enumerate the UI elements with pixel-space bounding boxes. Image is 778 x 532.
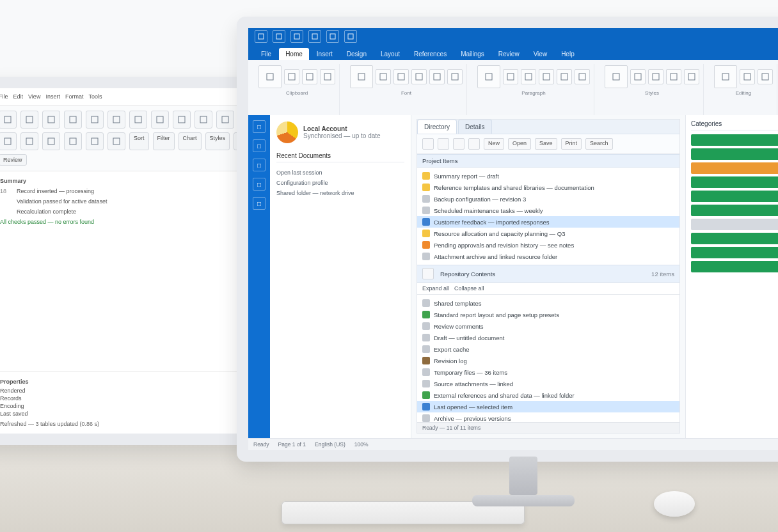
ribbon-icon[interactable]: [107, 132, 125, 150]
nav-home-icon[interactable]: □: [253, 120, 266, 133]
ribbon-button[interactable]: [302, 69, 317, 84]
undo-icon[interactable]: [273, 30, 285, 43]
category-swatch[interactable]: [691, 191, 778, 202]
ribbon-chip[interactable]: Filter: [153, 132, 175, 150]
ribbon-icon[interactable]: [42, 111, 60, 129]
ribbon-button[interactable]: [411, 69, 427, 84]
list-item[interactable]: Export cache: [417, 343, 679, 355]
left-menu-item[interactable]: Insert: [45, 93, 60, 100]
left-menu-item[interactable]: Edit: [13, 93, 24, 100]
ribbon-button[interactable]: [714, 65, 737, 88]
refresh-icon[interactable]: [344, 30, 357, 43]
toolbar-icon[interactable]: [453, 138, 464, 150]
list-item[interactable]: Summary report — draft: [417, 170, 679, 182]
nav-calendar-icon[interactable]: □: [253, 159, 266, 171]
ribbon-icon[interactable]: [194, 111, 212, 129]
subtool-link[interactable]: Expand all: [422, 285, 449, 292]
list-item[interactable]: Review comments: [417, 320, 679, 332]
ribbon-icon[interactable]: [107, 111, 125, 129]
ribbon-button[interactable]: [740, 69, 755, 84]
ribbon-button[interactable]: [575, 69, 590, 84]
ribbon-icon[interactable]: [86, 111, 104, 129]
left-menu-item[interactable]: View: [28, 93, 40, 100]
ribbon-tab-review[interactable]: Review: [492, 48, 526, 60]
ribbon-chip[interactable]: Chart: [179, 132, 202, 150]
ribbon-button[interactable]: [376, 69, 391, 84]
toolbar-button[interactable]: New: [484, 138, 504, 150]
list-item[interactable]: Scheduled maintenance tasks — weekly: [417, 205, 679, 216]
ribbon-button[interactable]: [350, 65, 373, 88]
ribbon-tab-insert[interactable]: Insert: [310, 48, 339, 60]
ribbon-button[interactable]: [758, 69, 773, 84]
ribbon-chip[interactable]: Review: [0, 154, 27, 166]
list-item[interactable]: Customer feedback — imported responses: [417, 216, 679, 228]
ribbon-chip[interactable]: Sort: [129, 132, 149, 150]
category-swatch[interactable]: [691, 261, 778, 272]
list-item[interactable]: Last opened — selected item: [417, 401, 679, 412]
category-swatch[interactable]: [691, 219, 778, 230]
ribbon-button[interactable]: [429, 69, 445, 84]
category-swatch[interactable]: [691, 247, 778, 258]
list-item[interactable]: Reference templates and shared libraries…: [417, 182, 679, 193]
ribbon-icon[interactable]: [42, 132, 60, 150]
ribbon-button[interactable]: [258, 65, 282, 88]
category-swatch[interactable]: [691, 134, 778, 146]
list-item[interactable]: Draft — untitled document: [417, 332, 679, 343]
list-item[interactable]: Standard report layout and page setup pr…: [417, 309, 679, 320]
list-item[interactable]: Pending approvals and revision history —…: [417, 239, 679, 251]
category-swatch[interactable]: [691, 176, 778, 188]
ribbon-tab-help[interactable]: Help: [555, 48, 581, 60]
search-button[interactable]: Search: [585, 138, 613, 150]
ribbon-button[interactable]: [503, 69, 518, 84]
category-swatch[interactable]: [691, 205, 778, 216]
ribbon-icon[interactable]: [216, 111, 234, 129]
ribbon-icon[interactable]: [64, 111, 82, 129]
leftpane-item[interactable]: Shared folder — network drive: [276, 188, 404, 198]
list-item[interactable]: Resource allocation and capacity plannin…: [417, 228, 679, 239]
expand-icon[interactable]: [422, 268, 434, 279]
nav-tasks-icon[interactable]: □: [253, 197, 266, 210]
ribbon-icon[interactable]: [86, 132, 104, 150]
category-swatch[interactable]: [691, 162, 778, 174]
ribbon-tab-file[interactable]: File: [255, 48, 278, 60]
open-icon[interactable]: [326, 30, 339, 43]
toolbar-icon[interactable]: [438, 138, 449, 150]
list-item[interactable]: Backup configuration — revision 3: [417, 193, 679, 205]
ribbon-chip[interactable]: Styles: [205, 132, 230, 150]
category-swatch[interactable]: [691, 148, 778, 160]
leftpane-item[interactable]: Open last session: [276, 168, 404, 178]
toolbar-button[interactable]: Print: [561, 138, 582, 150]
toolbar-button[interactable]: Open: [508, 138, 531, 150]
ribbon-button[interactable]: [447, 69, 463, 84]
ribbon-icon[interactable]: [173, 111, 191, 129]
ribbon-button[interactable]: [393, 69, 409, 84]
ribbon-icon[interactable]: [20, 111, 38, 129]
ribbon-icon[interactable]: [129, 111, 147, 129]
list-item[interactable]: Shared templates: [417, 297, 679, 309]
ribbon-button[interactable]: [605, 65, 628, 88]
ribbon-button[interactable]: [539, 69, 554, 84]
list-item[interactable]: External references and shared data — li…: [417, 389, 679, 401]
ribbon-tab-mailings[interactable]: Mailings: [454, 48, 491, 60]
ribbon-tab-references[interactable]: References: [408, 48, 453, 60]
nav-mail-icon[interactable]: □: [253, 139, 266, 152]
ribbon-button[interactable]: [630, 69, 646, 84]
toolbar-icon[interactable]: [422, 138, 434, 150]
toolbar-icon[interactable]: [468, 138, 480, 150]
ribbon-icon[interactable]: [20, 132, 38, 150]
left-menu-item[interactable]: File: [0, 93, 8, 100]
ribbon-button[interactable]: [477, 65, 500, 88]
nav-people-icon[interactable]: □: [253, 178, 266, 191]
doc-tab[interactable]: Details: [458, 120, 492, 134]
leftpane-item[interactable]: Configuration profile: [276, 178, 404, 188]
save-icon[interactable]: [255, 30, 267, 43]
toolbar-button[interactable]: Save: [535, 138, 557, 150]
left-menu-item[interactable]: Format: [65, 93, 84, 100]
redo-icon[interactable]: [290, 30, 303, 43]
left-menu-item[interactable]: Tools: [88, 93, 102, 100]
doc-tab[interactable]: Directory: [417, 120, 457, 134]
list-item[interactable]: Revision log: [417, 355, 679, 366]
ribbon-tab-view[interactable]: View: [527, 48, 554, 60]
ribbon-icon[interactable]: [0, 111, 17, 129]
ribbon-tab-design[interactable]: Design: [340, 48, 373, 60]
